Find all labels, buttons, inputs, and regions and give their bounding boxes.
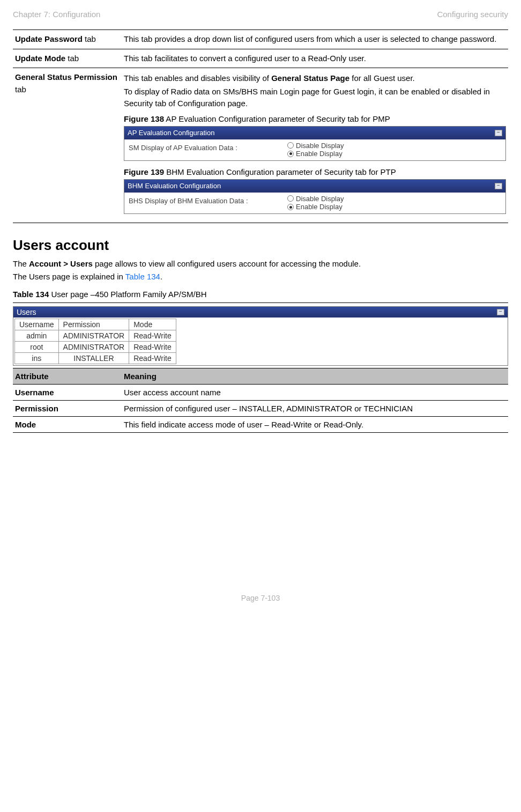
section-label: Configuring security xyxy=(437,10,508,19)
page-header: Chapter 7: Configuration Configuring sec… xyxy=(13,10,508,19)
tbl-caption-rest: User page –450 Platform Family AP/SM/BH xyxy=(49,290,206,299)
panel-collapse-icon[interactable]: − xyxy=(497,309,504,315)
table-row: ins INSTALLER Read-Write xyxy=(15,353,176,364)
attr-meaning: User access account name xyxy=(122,385,508,400)
update-password-tab-desc: This tab provides a drop down list of co… xyxy=(122,30,508,49)
col-mode: Mode xyxy=(129,319,176,330)
users-panel: Users − Username Permission Mode admin A… xyxy=(13,306,508,366)
enable-display-radio[interactable] xyxy=(287,151,294,157)
users-panel-title: Users xyxy=(17,308,36,316)
cell-username: root xyxy=(15,342,59,353)
meaning-col-header: Meaning xyxy=(122,368,508,384)
cell-mode: Read-Write xyxy=(129,353,176,364)
disable-display-label: Disable Display xyxy=(296,142,344,150)
col-permission: Permission xyxy=(58,319,129,330)
ap-eval-field-label: SM Display of AP Evaluation Data : xyxy=(124,139,283,160)
gsp-desc-pre: This tab enables and disables visibility… xyxy=(124,73,271,83)
figure-139-num: Figure 139 xyxy=(124,167,164,176)
tab-suffix: tab xyxy=(83,34,96,43)
attr-row-mode: Mode This field indicate access mode of … xyxy=(13,417,508,433)
tab-suffix: tab xyxy=(15,85,26,94)
enable-display-label: Enable Display xyxy=(296,150,343,158)
update-password-tab-label: Update Password xyxy=(15,34,83,43)
attr-col-header: Attribute xyxy=(13,368,122,384)
tab-suffix: tab xyxy=(65,54,79,63)
general-status-permission-tab-label: General Status Permission xyxy=(15,72,117,82)
p2-pre: The Users page is explained in xyxy=(13,272,125,281)
bhm-eval-field-label: BHS Display of BHM Evaluation Data : xyxy=(124,193,283,213)
figure-139-caption: Figure 139 BHM Evaluation Configuration … xyxy=(124,166,506,179)
table-header-row: Username Permission Mode xyxy=(15,319,176,330)
bhm-eval-config-panel: BHM Evaluation Configuration − BHS Displ… xyxy=(124,179,506,214)
figure-138-caption: Figure 138 AP Evaluation Configuration p… xyxy=(124,113,506,126)
cell-mode: Read-Write xyxy=(129,330,176,342)
cell-permission: ADMINISTRATOR xyxy=(58,342,129,353)
users-table: Username Permission Mode admin ADMINISTR… xyxy=(14,319,176,364)
cell-username: ins xyxy=(15,353,59,364)
tbl-caption-bold: Table 134 xyxy=(13,290,49,299)
table-134-link[interactable]: Table 134 xyxy=(125,272,160,281)
table-row: admin ADMINISTRATOR Read-Write xyxy=(15,330,176,342)
attr-name: Username xyxy=(13,385,122,400)
tabs-definition-table: Update Password tab This tab provides a … xyxy=(13,29,508,223)
figure-138-num: Figure 138 xyxy=(124,114,164,123)
cell-mode: Read-Write xyxy=(129,342,176,353)
attr-meaning: This field indicate access mode of user … xyxy=(122,417,508,432)
general-status-permission-tab-desc: This tab enables and disables visibility… xyxy=(122,68,508,223)
disable-display-radio[interactable] xyxy=(287,142,294,149)
enable-display-label: Enable Display xyxy=(296,203,343,211)
p2-post: . xyxy=(160,272,162,281)
cell-permission: INSTALLER xyxy=(58,353,129,364)
col-username: Username xyxy=(15,319,59,330)
enable-display-radio[interactable] xyxy=(287,204,294,210)
figure-138-text: AP Evaluation Configuration parameter of… xyxy=(164,114,390,123)
panel-collapse-icon[interactable]: − xyxy=(495,130,502,136)
attr-meaning: Permission of configured user – INSTALLE… xyxy=(122,401,508,416)
ap-eval-panel-title: AP Evaluation Configuration xyxy=(128,128,214,138)
gsp-desc-post: for all Guest user. xyxy=(349,73,415,83)
attribute-meaning-header: Attribute Meaning xyxy=(13,368,508,385)
chapter-label: Chapter 7: Configuration xyxy=(13,10,100,19)
gsp-desc-para2: To display of Radio data on SMs/BHS main… xyxy=(124,86,506,110)
cell-permission: ADMINISTRATOR xyxy=(58,330,129,342)
update-mode-tab-label: Update Mode xyxy=(15,54,65,63)
disable-display-label: Disable Display xyxy=(296,195,344,203)
figure-139-text: BHM Evaluation Configuration parameter o… xyxy=(164,167,396,176)
attr-name: Mode xyxy=(13,417,122,432)
p1-bold: Account > Users xyxy=(29,259,93,268)
attr-row-username: Username User access account name xyxy=(13,385,508,401)
users-account-para2: The Users page is explained in Table 134… xyxy=(13,271,508,283)
page-number: Page 7-103 xyxy=(13,594,508,602)
table-134-caption: Table 134 User page –450 Platform Family… xyxy=(13,289,508,301)
users-account-heading: Users account xyxy=(13,237,508,254)
table-row: root ADMINISTRATOR Read-Write xyxy=(15,342,176,353)
p1-pre: The xyxy=(13,259,29,268)
ap-eval-config-panel: AP Evaluation Configuration − SM Display… xyxy=(124,126,506,161)
users-account-para1: The Account > Users page allows to view … xyxy=(13,258,508,270)
panel-collapse-icon[interactable]: − xyxy=(495,183,502,189)
cell-username: admin xyxy=(15,330,59,342)
attr-row-permission: Permission Permission of configured user… xyxy=(13,401,508,417)
attr-name: Permission xyxy=(13,401,122,416)
p1-post: page allows to view all configured users… xyxy=(93,259,361,268)
bhm-eval-panel-title: BHM Evaluation Configuration xyxy=(128,181,221,191)
disable-display-radio[interactable] xyxy=(287,195,294,202)
gsp-desc-bold: General Status Page xyxy=(271,73,349,83)
update-mode-tab-desc: This tab facilitates to convert a config… xyxy=(122,49,508,68)
